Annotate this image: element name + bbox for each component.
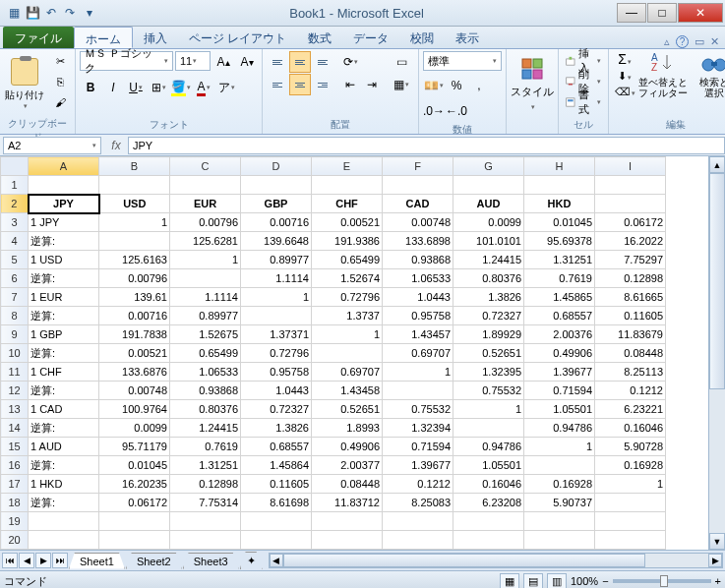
cell[interactable]: 0.00521	[312, 213, 383, 232]
cell[interactable]: 191.9386	[312, 232, 383, 251]
zoom-out-button[interactable]: −	[602, 575, 608, 587]
cell[interactable]: 0.72796	[312, 288, 383, 307]
column-header-D[interactable]: D	[241, 157, 312, 176]
cell[interactable]	[524, 176, 595, 195]
autosum-button[interactable]: Σ▾	[618, 51, 632, 67]
cell[interactable]: 1	[595, 475, 666, 494]
cell[interactable]: 16.20235	[99, 475, 170, 494]
cell[interactable]: 逆算:	[29, 232, 99, 251]
sheet-nav-prev[interactable]: ◀	[19, 553, 34, 568]
cell[interactable]	[99, 176, 170, 195]
cell[interactable]	[99, 512, 170, 531]
cell[interactable]: 5.90728	[595, 438, 666, 456]
copy-button[interactable]: ⎘	[49, 72, 71, 91]
accounting-format-button[interactable]: 💴▾	[423, 75, 445, 96]
cell[interactable]: 0.71594	[524, 382, 595, 400]
cell[interactable]: 1.31251	[170, 456, 241, 475]
cell[interactable]	[99, 232, 170, 251]
cell[interactable]: 139.61	[99, 288, 170, 307]
cell[interactable]	[29, 531, 99, 550]
scroll-up-icon[interactable]: ▲	[709, 156, 725, 173]
sort-filter-button[interactable]: AZ 並べ替えと フィルター	[638, 51, 688, 98]
cell[interactable]: 1 CAD	[29, 400, 99, 419]
align-left-button[interactable]	[267, 74, 288, 95]
cell[interactable]: 7.75297	[595, 251, 666, 269]
cell[interactable]: 0.00521	[99, 344, 170, 363]
minimize-button[interactable]: —	[617, 3, 646, 23]
decrease-decimal-button[interactable]: ←.0	[446, 100, 467, 122]
sheet-nav-next[interactable]: ▶	[35, 553, 51, 568]
cell[interactable]: 1.8993	[312, 419, 383, 438]
row-header-11[interactable]: 11	[1, 363, 29, 382]
tab-insert[interactable]: 挿入	[133, 27, 178, 48]
cell[interactable]: 0.7619	[170, 438, 241, 456]
cell[interactable]: 1.24415	[170, 419, 241, 438]
cell[interactable]: 8.61665	[595, 288, 666, 307]
cell[interactable]: 0.89977	[241, 251, 312, 269]
cell[interactable]: 133.6876	[99, 363, 170, 382]
cell[interactable]: 16.2022	[595, 232, 666, 251]
cell[interactable]: 1.52675	[170, 325, 241, 344]
zoom-level[interactable]: 100%	[571, 575, 598, 587]
row-header-6[interactable]: 6	[1, 269, 29, 288]
cell[interactable]: 125.6163	[99, 251, 170, 269]
italic-button[interactable]: I	[102, 77, 124, 98]
cell[interactable]: 95.69378	[524, 232, 595, 251]
font-color-button[interactable]: A▾	[193, 77, 214, 98]
cell[interactable]: 0.00716	[241, 213, 312, 232]
cell[interactable]: 0.00748	[99, 382, 170, 400]
cell[interactable]	[595, 494, 666, 512]
cell[interactable]: 0.52651	[312, 400, 383, 419]
cell[interactable]: 0.71594	[383, 438, 453, 456]
cell[interactable]: 0.89977	[170, 307, 241, 325]
page-break-view-button[interactable]: ▥	[547, 573, 567, 588]
cell[interactable]	[312, 512, 383, 531]
paste-button[interactable]: 貼り付け ▾	[4, 51, 45, 116]
cell[interactable]: 0.75532	[383, 400, 453, 419]
row-header-4[interactable]: 4	[1, 232, 29, 251]
cell[interactable]	[453, 531, 524, 550]
cell[interactable]: 6.23221	[595, 400, 666, 419]
cell[interactable]: 1.43457	[383, 325, 453, 344]
row-header-17[interactable]: 17	[1, 475, 29, 494]
cell[interactable]: 0.49906	[524, 344, 595, 363]
cell[interactable]: CAD	[383, 195, 453, 213]
cell[interactable]: 0.68557	[241, 438, 312, 456]
tab-review[interactable]: 校閲	[399, 27, 445, 48]
cell[interactable]	[312, 531, 383, 550]
row-header-9[interactable]: 9	[1, 325, 29, 344]
cell[interactable]: 0.68557	[524, 307, 595, 325]
cell[interactable]	[241, 531, 312, 550]
cell[interactable]: 0.52651	[453, 344, 524, 363]
align-middle-button[interactable]	[289, 51, 311, 73]
cell[interactable]: 0.06172	[99, 494, 170, 512]
cell[interactable]: 101.0101	[453, 232, 524, 251]
increase-indent-button[interactable]: ⇥	[361, 74, 383, 95]
normal-view-button[interactable]: ▦	[500, 573, 519, 588]
cell[interactable]: 逆算:	[29, 269, 99, 288]
row-header-8[interactable]: 8	[1, 307, 29, 325]
cell[interactable]	[453, 512, 524, 531]
cell[interactable]: 逆算:	[29, 344, 99, 363]
cell[interactable]: 1 JPY	[29, 213, 99, 232]
cell[interactable]: EUR	[170, 195, 241, 213]
fill-button[interactable]: ⬇▾	[618, 70, 632, 83]
cell[interactable]: 0.7619	[524, 269, 595, 288]
select-all-corner[interactable]	[1, 157, 29, 176]
cell[interactable]: 1.37371	[241, 325, 312, 344]
cell[interactable]: 0.95758	[383, 307, 453, 325]
row-header-15[interactable]: 15	[1, 438, 29, 456]
cell[interactable]: 0.00716	[99, 307, 170, 325]
column-header-B[interactable]: B	[99, 157, 170, 176]
cell[interactable]: 1.05501	[524, 400, 595, 419]
cell[interactable]: 1	[383, 363, 453, 382]
align-bottom-button[interactable]	[312, 51, 333, 73]
cell[interactable]	[383, 176, 453, 195]
cell[interactable]	[453, 419, 524, 438]
cell[interactable]: 0.06172	[595, 213, 666, 232]
cell[interactable]: 1.0443	[383, 288, 453, 307]
cell[interactable]: 125.6281	[170, 232, 241, 251]
cell[interactable]: 1.52674	[312, 269, 383, 288]
cell[interactable]: 5.90737	[524, 494, 595, 512]
column-header-I[interactable]: I	[595, 157, 666, 176]
